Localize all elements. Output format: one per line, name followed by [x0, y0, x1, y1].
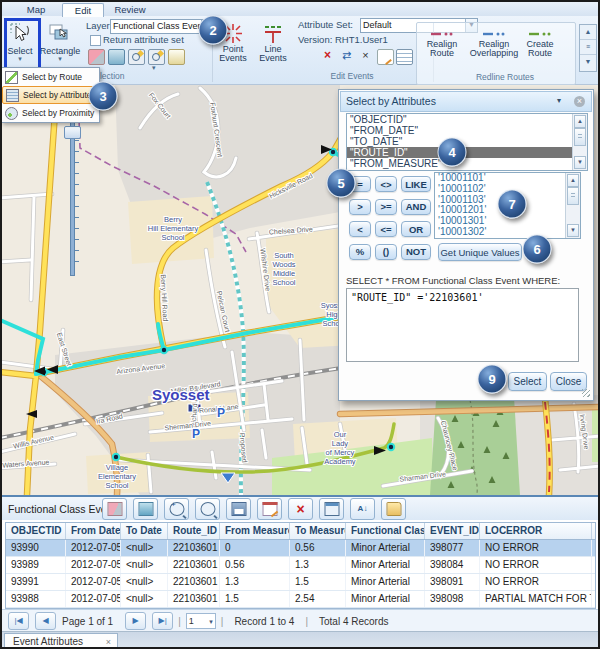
previous-page-button[interactable]: [35, 612, 56, 630]
get-unique-values-button[interactable]: Get Unique Values: [438, 243, 522, 261]
operator-button[interactable]: <>: [375, 176, 397, 192]
event-table-icon[interactable]: [396, 49, 413, 65]
operator-button[interactable]: OR: [401, 221, 431, 237]
table-cell: NO ERROR: [480, 540, 592, 556]
column-header-from-date[interactable]: From Date: [66, 523, 121, 539]
field-item[interactable]: "FROM_MEASURE": [347, 158, 587, 169]
scroll-thumb[interactable]: [567, 187, 579, 205]
menu-item-select-by-attributes[interactable]: Select by Attributes: [2, 86, 99, 104]
rectangle-button[interactable]: Rectangle ▾: [38, 21, 82, 62]
dialog-dropdown-icon[interactable]: [553, 92, 565, 110]
operator-button[interactable]: >=: [375, 199, 397, 215]
menu-item-select-by-route[interactable]: Select by Route: [2, 68, 99, 86]
operator-button[interactable]: %: [349, 244, 371, 260]
table-cell: 1.5: [220, 591, 290, 607]
tab-edit[interactable]: Edit: [62, 3, 104, 17]
operator-button[interactable]: <=: [375, 221, 397, 237]
map-zoom-slider[interactable]: [64, 114, 78, 274]
attribute-editor-button[interactable]: [257, 498, 282, 520]
dialog-select-button[interactable]: Select: [508, 372, 547, 391]
last-page-button[interactable]: [152, 612, 173, 630]
tab-review[interactable]: Review: [106, 3, 154, 16]
value-item[interactable]: '10001302': [435, 227, 580, 238]
route-vertex[interactable]: [113, 454, 119, 460]
route-vertex[interactable]: [161, 347, 167, 353]
return-attribute-set-checkbox[interactable]: [90, 35, 101, 46]
column-header-to-date[interactable]: To Date: [121, 523, 168, 539]
values-scrollbar[interactable]: ▲ ▼: [565, 173, 580, 238]
zoom-to-selection-button[interactable]: [164, 498, 189, 520]
remove-event-icon[interactable]: [320, 49, 335, 63]
sort-button[interactable]: [350, 498, 375, 520]
dialog-header[interactable]: Select by Attributes: [340, 91, 592, 112]
clear-selection-icon[interactable]: [88, 49, 105, 65]
zoom-slider-handle[interactable]: [64, 126, 81, 139]
where-clause-textarea[interactable]: "ROUTE_ID" ='22103601': [346, 288, 579, 362]
delete-button[interactable]: [288, 498, 313, 520]
first-page-button[interactable]: [8, 612, 29, 630]
ribbon-scrollbar[interactable]: ▲ ≡ ▼: [579, 24, 597, 72]
column-header-objectid[interactable]: OBJECTID: [6, 523, 66, 539]
column-header-from-measure[interactable]: From Measure: [220, 523, 290, 539]
page-number-combo[interactable]: 1: [186, 613, 216, 629]
scroll-down-icon[interactable]: ▼: [567, 224, 579, 237]
edit-attributes-icon[interactable]: [377, 49, 394, 65]
operator-button[interactable]: >: [349, 199, 371, 215]
tab-close-icon[interactable]: [106, 634, 111, 649]
clear-selection-button[interactable]: [102, 498, 127, 520]
operator-button[interactable]: LIKE: [401, 176, 431, 192]
field-item[interactable]: "FROM_DATE": [347, 125, 587, 136]
merge-event-icon[interactable]: [358, 49, 373, 63]
split-event-icon[interactable]: [339, 49, 354, 63]
fields-scrollbar[interactable]: ▲ ▼: [572, 114, 587, 170]
scroll-down-icon[interactable]: ▼: [580, 55, 596, 69]
field-item[interactable]: "ROUTE_ID": [347, 147, 587, 158]
table-title: Functional Class Event: [8, 503, 115, 515]
table-cell: Minor Arterial: [346, 557, 425, 573]
scroll-up-icon[interactable]: ▲: [580, 25, 596, 40]
line-events-button[interactable]: Line Events: [254, 23, 292, 63]
create-route-button[interactable]: Create Route: [518, 28, 562, 58]
pan-to-selection-button[interactable]: [195, 498, 220, 520]
next-page-button[interactable]: [125, 612, 146, 630]
table-row[interactable]: 939892012-07-05<null>221036010.561.3Mino…: [6, 557, 595, 574]
scroll-down-icon[interactable]: ▼: [574, 156, 586, 169]
tab-event-attributes[interactable]: Event Attributes: [4, 633, 118, 649]
dialog-resize-grip[interactable]: [582, 389, 590, 397]
column-header-event_id[interactable]: EVENT_ID: [425, 523, 480, 539]
export-button[interactable]: [381, 498, 406, 520]
switch-selection-button[interactable]: [133, 498, 158, 520]
selection-table-icon[interactable]: [108, 49, 125, 65]
operator-button[interactable]: NOT: [401, 244, 431, 260]
table-row[interactable]: 939912012-07-05<null>221036011.31.5Minor…: [6, 574, 595, 591]
field-item[interactable]: "OBJECTID": [347, 114, 587, 125]
scroll-thumb[interactable]: [574, 128, 586, 146]
column-header-functional-class[interactable]: Functional Class: [346, 523, 425, 539]
realign-route-button[interactable]: Realign Route: [416, 28, 468, 58]
operator-button[interactable]: AND: [401, 199, 431, 215]
zoom-selection-icon[interactable]: [128, 49, 145, 65]
column-header-to-measure[interactable]: To Measure: [290, 523, 346, 539]
pan-selection-icon[interactable]: [148, 49, 165, 65]
realign-overlapping-button[interactable]: Realign Overlapping: [466, 28, 522, 58]
field-item[interactable]: "TO_DATE": [347, 136, 587, 147]
route-vertex[interactable]: [388, 444, 394, 450]
related-records-button[interactable]: [319, 498, 344, 520]
dialog-close-icon[interactable]: [574, 96, 585, 107]
operator-button[interactable]: <: [349, 221, 371, 237]
save-button[interactable]: [226, 498, 251, 520]
table-row[interactable]: 939902012-07-05<null>2210360100.56Minor …: [6, 540, 595, 557]
fields-listbox[interactable]: "OBJECTID""FROM_DATE""TO_DATE""ROUTE_ID"…: [346, 113, 588, 171]
scroll-thumb[interactable]: ≡: [580, 40, 596, 55]
scroll-up-icon[interactable]: ▲: [574, 115, 586, 128]
column-header-locerror[interactable]: LOCERROR: [480, 523, 592, 539]
rectangle-dropdown-caret[interactable]: ▾: [58, 56, 62, 62]
copy-attributes-icon[interactable]: [168, 49, 185, 65]
column-header-route_id[interactable]: Route_ID: [168, 523, 220, 539]
scroll-up-icon[interactable]: ▲: [567, 174, 579, 187]
tab-map[interactable]: Map: [14, 3, 58, 16]
operator-button[interactable]: (): [375, 244, 397, 260]
menu-item-select-by-proximity[interactable]: Select by Proximity: [2, 104, 99, 122]
table-row[interactable]: 939882012-07-05<null>221036011.52.54Mino…: [6, 591, 595, 608]
selection-more-caret[interactable]: ▾: [152, 65, 156, 71]
